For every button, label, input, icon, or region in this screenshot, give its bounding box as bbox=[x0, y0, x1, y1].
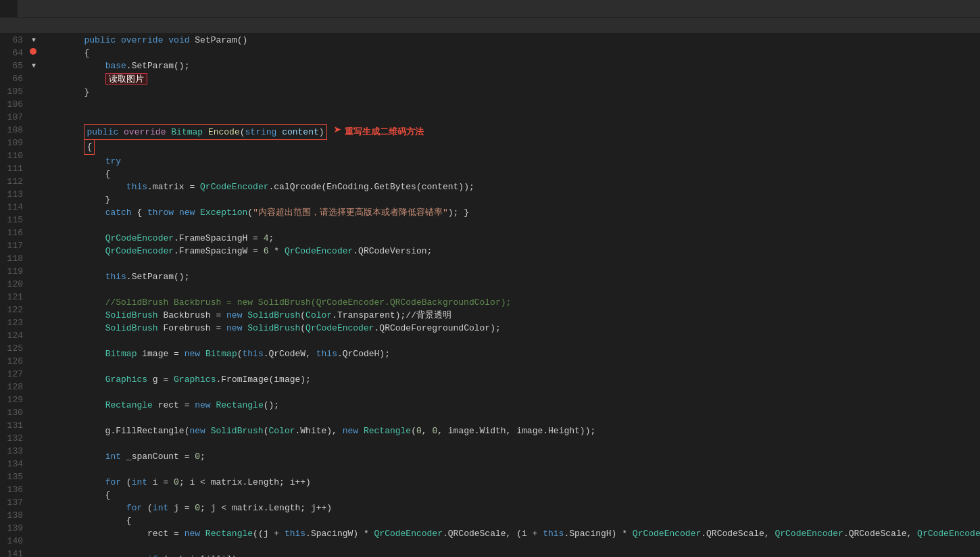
code-line: this.SetParam(); bbox=[39, 270, 980, 283]
line-number: 125 bbox=[5, 342, 23, 355]
line-number: 124 bbox=[5, 329, 23, 342]
line-number: 141 bbox=[5, 548, 23, 557]
code-line bbox=[39, 540, 980, 553]
line-number: 129 bbox=[5, 393, 23, 406]
code-line: base.SetParam(); bbox=[39, 59, 980, 72]
gutter: ▼▼ bbox=[28, 34, 39, 557]
line-number: 117 bbox=[5, 239, 23, 252]
line-numbers: 6364656610510610710810911011111211311411… bbox=[0, 34, 28, 557]
gutter-item[interactable]: ▼ bbox=[28, 59, 39, 72]
code-line: 读取图片 bbox=[39, 72, 980, 86]
code-line bbox=[39, 386, 980, 399]
line-number: 121 bbox=[5, 291, 23, 304]
code-line: Bitmap image = new Bitmap(this.QrCodeW, … bbox=[39, 347, 980, 360]
line-number: 122 bbox=[5, 304, 23, 316]
code-line: { bbox=[39, 168, 980, 180]
line-number: 118 bbox=[5, 252, 23, 265]
code-line: SolidBrush Forebrush = new SolidBrush(Qr… bbox=[39, 322, 980, 335]
line-number: 107 bbox=[5, 111, 23, 124]
gutter-item[interactable]: ▼ bbox=[28, 34, 39, 47]
code-line: QrCodeEncoder.FrameSpacingH = 4; bbox=[39, 232, 980, 245]
line-number: 128 bbox=[5, 381, 23, 393]
code-line: catch { throw new Exception("内容超出范围，请选择更… bbox=[39, 206, 980, 219]
code-line: { bbox=[39, 140, 980, 155]
code-line bbox=[39, 283, 980, 296]
line-number: 114 bbox=[5, 201, 23, 214]
line-number: 65 bbox=[5, 59, 23, 72]
line-number: 66 bbox=[5, 72, 23, 85]
line-number: 108 bbox=[5, 124, 23, 137]
line-number: 126 bbox=[5, 355, 23, 368]
code-line: public override void SetParam() bbox=[39, 34, 980, 47]
code-line: { bbox=[39, 489, 980, 502]
code-line bbox=[39, 112, 980, 124]
code-line: QrCodeEncoder.FrameSpacingW = 6 * QrCode… bbox=[39, 245, 980, 258]
code-line bbox=[39, 258, 980, 270]
code-line: { bbox=[39, 514, 980, 527]
code-line bbox=[39, 219, 980, 232]
line-number: 133 bbox=[5, 445, 23, 458]
code-line bbox=[39, 335, 980, 347]
line-number: 63 bbox=[5, 34, 23, 47]
line-number: 137 bbox=[5, 496, 23, 509]
tab-bar bbox=[0, 0, 980, 18]
code-line: } bbox=[39, 86, 980, 99]
code-line: Rectangle rect = new Rectangle(); bbox=[39, 399, 980, 412]
line-number: 120 bbox=[5, 278, 23, 291]
code-line: { bbox=[39, 47, 980, 59]
code-line: SolidBrush Backbrush = new SolidBrush(Co… bbox=[39, 309, 980, 322]
code-line: for (int i = 0; i < matrix.Length; i++) bbox=[39, 476, 980, 489]
code-line bbox=[39, 412, 980, 425]
code-line bbox=[39, 437, 980, 450]
code-line: Graphics g = Graphics.FromImage(image); bbox=[39, 373, 980, 386]
gutter-item bbox=[28, 47, 39, 59]
line-number: 131 bbox=[5, 419, 23, 432]
line-number: 113 bbox=[5, 188, 23, 201]
line-number: 116 bbox=[5, 226, 23, 239]
line-number: 110 bbox=[5, 149, 23, 162]
code-line bbox=[39, 463, 980, 476]
line-number: 135 bbox=[5, 470, 23, 483]
line-number: 123 bbox=[5, 316, 23, 329]
code-line bbox=[39, 360, 980, 373]
code-area: public override void SetParam() { base.S… bbox=[39, 34, 980, 557]
code-line: try bbox=[39, 155, 980, 168]
line-number: 105 bbox=[5, 85, 23, 98]
code-line: //SolidBrush Backbrush = new SolidBrush(… bbox=[39, 296, 980, 309]
tab-qrencode[interactable] bbox=[0, 0, 18, 18]
code-line: if (matrix[j][i]) bbox=[39, 553, 980, 557]
line-number: 111 bbox=[5, 162, 23, 175]
code-line: g.FillRectangle(new SolidBrush(Color.Whi… bbox=[39, 425, 980, 437]
code-line: rect = new Rectangle((j + this.SpacingW)… bbox=[39, 527, 980, 540]
line-number: 139 bbox=[5, 522, 23, 535]
code-line bbox=[39, 99, 980, 112]
line-number: 136 bbox=[5, 483, 23, 496]
line-number: 134 bbox=[5, 458, 23, 470]
line-number: 140 bbox=[5, 535, 23, 548]
code-line: } bbox=[39, 193, 980, 206]
line-number: 112 bbox=[5, 175, 23, 188]
line-number: 64 bbox=[5, 47, 23, 59]
editor: 6364656610510610710810911011111211311411… bbox=[0, 34, 980, 557]
line-number: 115 bbox=[5, 214, 23, 226]
code-line: public override Bitmap Encode(string con… bbox=[39, 124, 980, 140]
line-number: 138 bbox=[5, 509, 23, 522]
code-line: for (int j = 0; j < matrix.Length; j++) bbox=[39, 502, 980, 514]
code-line: int _spanCount = 0; bbox=[39, 450, 980, 463]
code-line: this.matrix = QrCodeEncoder.calQrcode(En… bbox=[39, 180, 980, 193]
line-number: 109 bbox=[5, 137, 23, 149]
nav-bar bbox=[0, 18, 980, 34]
line-number: 132 bbox=[5, 432, 23, 445]
line-number: 106 bbox=[5, 98, 23, 111]
line-number: 127 bbox=[5, 368, 23, 381]
line-number: 130 bbox=[5, 406, 23, 419]
line-number: 119 bbox=[5, 265, 23, 278]
